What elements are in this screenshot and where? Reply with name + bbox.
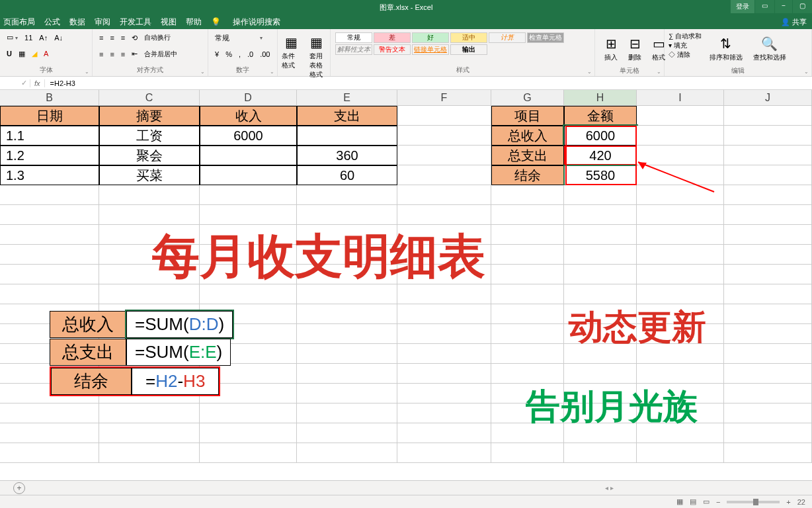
cell-c3[interactable]: 聚会	[99, 146, 200, 165]
col-c[interactable]: C	[99, 90, 200, 105]
cell-c4[interactable]: 买菜	[99, 165, 200, 185]
sort-filter[interactable]: ⇅排序和筛选	[707, 32, 745, 65]
align-right-icon[interactable]: ≡	[118, 49, 128, 60]
align-center-icon[interactable]: ≡	[107, 49, 116, 60]
align-top-icon[interactable]: ≡	[97, 32, 106, 43]
fill[interactable]: ▾ 填充	[669, 41, 702, 50]
zoom-value[interactable]: 22	[797, 498, 805, 506]
style-neutral[interactable]: 适中	[450, 32, 487, 43]
comma-icon[interactable]: ,	[236, 49, 243, 60]
col-d[interactable]: D	[200, 90, 297, 105]
cell-d4[interactable]	[200, 165, 297, 185]
cell-b4[interactable]: 1.3	[0, 165, 99, 185]
style-normal[interactable]: 常规	[335, 32, 372, 43]
font-size[interactable]: 11	[22, 32, 35, 43]
tell-me[interactable]: 💡 操作说明搜索	[211, 17, 290, 28]
menu-view[interactable]: 视图	[161, 17, 177, 28]
fx-icon[interactable]: fx	[30, 79, 45, 87]
cell-g4[interactable]: 结余	[491, 165, 564, 185]
cell-h1[interactable]: 金额	[564, 106, 637, 126]
cell-i1[interactable]	[637, 106, 724, 126]
col-h[interactable]: H	[564, 90, 637, 105]
col-j[interactable]: J	[724, 90, 812, 105]
font-color-icon[interactable]: A	[41, 48, 51, 59]
table-format[interactable]: ▦套用 表格格式	[304, 30, 329, 82]
cell-g1[interactable]: 项目	[491, 106, 564, 126]
clear[interactable]: ◇ 清除	[669, 50, 702, 60]
cell-d2[interactable]: 6000	[200, 126, 297, 146]
align-bot-icon[interactable]: ≡	[118, 32, 128, 43]
style-warn[interactable]: 警告文本	[374, 44, 411, 55]
cell-j1[interactable]	[724, 106, 812, 126]
currency-icon[interactable]: ¥	[212, 49, 222, 60]
cell-b2[interactable]: 1.1	[0, 126, 99, 146]
cell-e4[interactable]: 60	[297, 165, 397, 185]
col-e[interactable]: E	[297, 90, 397, 105]
zoom-out[interactable]: −	[716, 498, 720, 506]
insert-cells[interactable]: ⊞插入	[599, 32, 623, 65]
percent-icon[interactable]: %	[223, 49, 235, 60]
menu-layout[interactable]: 页面布局	[3, 17, 35, 28]
restore-button[interactable]: ▢	[793, 0, 812, 13]
cell-b3[interactable]: 1.2	[0, 146, 99, 165]
add-sheet-button[interactable]: +	[13, 482, 25, 494]
zoom-in[interactable]: +	[786, 498, 790, 506]
grid[interactable]: 日期 摘要 收入 支出 项目 金额 1.1 工资 6000 总收入 6000 1…	[0, 106, 812, 463]
menu-dev[interactable]: 开发工具	[120, 17, 151, 28]
indent-dec-icon[interactable]: ⇤	[129, 48, 140, 60]
tab-scroll[interactable]: ◂ ▸	[605, 484, 614, 491]
cell-h4[interactable]: 5580	[564, 165, 637, 185]
align-left-icon[interactable]: ≡	[97, 49, 106, 60]
shrink-font-icon[interactable]: A↓	[52, 32, 65, 43]
bold-icon[interactable]: U	[4, 48, 15, 59]
cell-f1[interactable]	[397, 106, 491, 126]
view-layout-icon[interactable]: ▤	[690, 497, 696, 506]
style-output[interactable]: 输出	[450, 44, 487, 55]
align-mid-icon[interactable]: ≡	[107, 32, 116, 43]
login-button[interactable]: 登录	[731, 0, 754, 13]
cell-h3[interactable]: 420	[564, 146, 637, 165]
menu-review[interactable]: 审阅	[95, 17, 110, 28]
cell-g3[interactable]: 总支出	[491, 146, 564, 165]
zoom-slider[interactable]	[727, 501, 780, 503]
cell-d1[interactable]: 收入	[200, 106, 297, 126]
delete-cells[interactable]: ⊟删除	[623, 32, 647, 65]
menu-help[interactable]: 帮助	[186, 17, 202, 28]
style-calc[interactable]: 计算	[489, 32, 526, 43]
cell-d3[interactable]	[200, 146, 297, 165]
cell-e1[interactable]: 支出	[297, 106, 397, 126]
dec-dec-icon[interactable]: .00	[257, 49, 272, 60]
view-break-icon[interactable]: ▭	[703, 497, 710, 506]
menu-data[interactable]: 数据	[69, 17, 85, 28]
cond-format[interactable]: ▦条件格式	[279, 30, 304, 82]
cell-b1[interactable]: 日期	[0, 106, 99, 126]
border-icon[interactable]: ▦	[16, 48, 28, 60]
merge-center[interactable]: 合并后居中	[142, 48, 180, 60]
share-button[interactable]: 👤 共享	[781, 17, 807, 27]
col-g[interactable]: G	[491, 90, 564, 105]
cell-c1[interactable]: 摘要	[99, 106, 200, 126]
autosum[interactable]: ∑ 自动求和	[669, 32, 702, 41]
cell-h2[interactable]: 6000	[564, 126, 637, 146]
orientation-icon[interactable]: ⟲	[129, 32, 140, 44]
ribbon-display-icon[interactable]: ▭	[755, 0, 774, 13]
view-normal-icon[interactable]: ▦	[676, 497, 683, 506]
col-b[interactable]: B	[0, 90, 99, 105]
formula-input[interactable]: =H2-H3	[45, 79, 812, 87]
cell-c2[interactable]: 工资	[99, 126, 200, 146]
font-select[interactable]: ▭ ▾	[4, 32, 20, 43]
inc-dec-icon[interactable]: .0	[245, 49, 256, 60]
cell-e3[interactable]: 360	[297, 146, 397, 165]
style-explain[interactable]: 解释性文本	[335, 44, 372, 55]
col-i[interactable]: I	[637, 90, 724, 105]
menu-formula[interactable]: 公式	[44, 17, 60, 28]
number-format[interactable]: 常规	[212, 32, 259, 44]
style-bad[interactable]: 差	[374, 32, 411, 43]
find-select[interactable]: 🔍查找和选择	[751, 32, 789, 65]
grow-font-icon[interactable]: A↑	[36, 32, 50, 43]
minimize-button[interactable]: −	[775, 0, 792, 13]
style-link[interactable]: 链接单元格	[412, 44, 449, 55]
cell-e2[interactable]	[297, 126, 397, 146]
col-f[interactable]: F	[397, 90, 491, 105]
cell-g2[interactable]: 总收入	[491, 126, 564, 146]
